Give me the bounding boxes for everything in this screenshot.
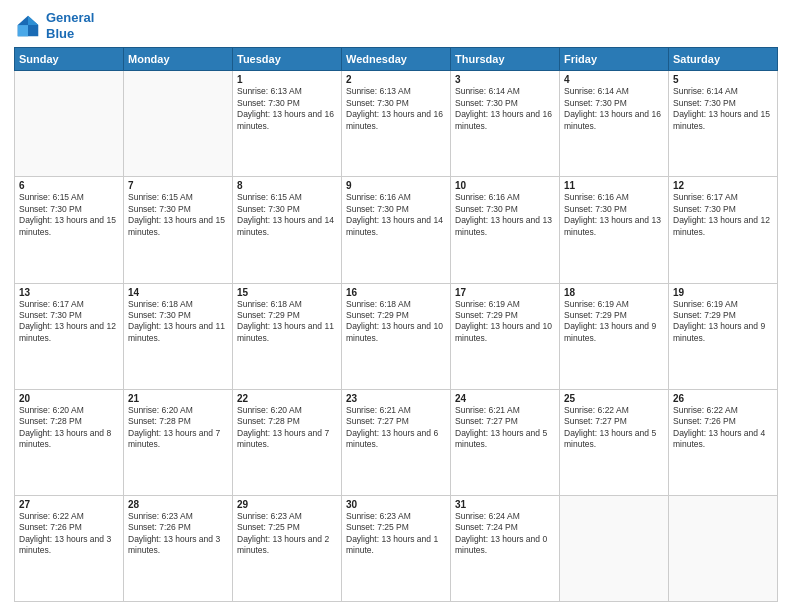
day-number: 24	[455, 393, 555, 404]
day-info: Sunrise: 6:19 AM Sunset: 7:29 PM Dayligh…	[673, 299, 773, 345]
day-info: Sunrise: 6:22 AM Sunset: 7:26 PM Dayligh…	[673, 405, 773, 451]
day-number: 14	[128, 287, 228, 298]
day-info: Sunrise: 6:16 AM Sunset: 7:30 PM Dayligh…	[455, 192, 555, 238]
day-number: 23	[346, 393, 446, 404]
day-info: Sunrise: 6:15 AM Sunset: 7:30 PM Dayligh…	[237, 192, 337, 238]
logo-line1: General	[46, 10, 94, 26]
calendar-header-saturday: Saturday	[669, 48, 778, 71]
page: General Blue SundayMondayTuesdayWednesda…	[0, 0, 792, 612]
calendar-cell	[15, 71, 124, 177]
day-info: Sunrise: 6:14 AM Sunset: 7:30 PM Dayligh…	[673, 86, 773, 132]
calendar-cell: 29Sunrise: 6:23 AM Sunset: 7:25 PM Dayli…	[233, 495, 342, 601]
calendar-header-row: SundayMondayTuesdayWednesdayThursdayFrid…	[15, 48, 778, 71]
day-number: 18	[564, 287, 664, 298]
day-number: 7	[128, 180, 228, 191]
calendar-cell	[669, 495, 778, 601]
day-number: 12	[673, 180, 773, 191]
day-number: 5	[673, 74, 773, 85]
day-info: Sunrise: 6:23 AM Sunset: 7:25 PM Dayligh…	[346, 511, 446, 557]
calendar-cell: 2Sunrise: 6:13 AM Sunset: 7:30 PM Daylig…	[342, 71, 451, 177]
day-number: 28	[128, 499, 228, 510]
calendar-cell: 24Sunrise: 6:21 AM Sunset: 7:27 PM Dayli…	[451, 389, 560, 495]
day-info: Sunrise: 6:14 AM Sunset: 7:30 PM Dayligh…	[564, 86, 664, 132]
day-number: 16	[346, 287, 446, 298]
day-number: 6	[19, 180, 119, 191]
day-info: Sunrise: 6:18 AM Sunset: 7:30 PM Dayligh…	[128, 299, 228, 345]
calendar-cell: 4Sunrise: 6:14 AM Sunset: 7:30 PM Daylig…	[560, 71, 669, 177]
calendar-cell: 25Sunrise: 6:22 AM Sunset: 7:27 PM Dayli…	[560, 389, 669, 495]
day-info: Sunrise: 6:23 AM Sunset: 7:25 PM Dayligh…	[237, 511, 337, 557]
day-number: 26	[673, 393, 773, 404]
day-info: Sunrise: 6:20 AM Sunset: 7:28 PM Dayligh…	[128, 405, 228, 451]
calendar-header-friday: Friday	[560, 48, 669, 71]
day-info: Sunrise: 6:19 AM Sunset: 7:29 PM Dayligh…	[455, 299, 555, 345]
calendar-cell: 20Sunrise: 6:20 AM Sunset: 7:28 PM Dayli…	[15, 389, 124, 495]
calendar-cell: 16Sunrise: 6:18 AM Sunset: 7:29 PM Dayli…	[342, 283, 451, 389]
calendar-week-3: 13Sunrise: 6:17 AM Sunset: 7:30 PM Dayli…	[15, 283, 778, 389]
day-number: 30	[346, 499, 446, 510]
day-info: Sunrise: 6:20 AM Sunset: 7:28 PM Dayligh…	[19, 405, 119, 451]
day-info: Sunrise: 6:18 AM Sunset: 7:29 PM Dayligh…	[346, 299, 446, 345]
day-info: Sunrise: 6:14 AM Sunset: 7:30 PM Dayligh…	[455, 86, 555, 132]
calendar-cell: 21Sunrise: 6:20 AM Sunset: 7:28 PM Dayli…	[124, 389, 233, 495]
day-info: Sunrise: 6:13 AM Sunset: 7:30 PM Dayligh…	[237, 86, 337, 132]
calendar-cell: 28Sunrise: 6:23 AM Sunset: 7:26 PM Dayli…	[124, 495, 233, 601]
header: General Blue	[14, 10, 778, 41]
calendar-week-5: 27Sunrise: 6:22 AM Sunset: 7:26 PM Dayli…	[15, 495, 778, 601]
logo-icon	[14, 12, 42, 40]
day-info: Sunrise: 6:19 AM Sunset: 7:29 PM Dayligh…	[564, 299, 664, 345]
calendar-cell: 12Sunrise: 6:17 AM Sunset: 7:30 PM Dayli…	[669, 177, 778, 283]
day-number: 4	[564, 74, 664, 85]
day-info: Sunrise: 6:22 AM Sunset: 7:27 PM Dayligh…	[564, 405, 664, 451]
day-number: 13	[19, 287, 119, 298]
day-info: Sunrise: 6:23 AM Sunset: 7:26 PM Dayligh…	[128, 511, 228, 557]
day-number: 1	[237, 74, 337, 85]
svg-marker-1	[28, 15, 38, 24]
day-number: 10	[455, 180, 555, 191]
day-number: 21	[128, 393, 228, 404]
calendar-cell: 8Sunrise: 6:15 AM Sunset: 7:30 PM Daylig…	[233, 177, 342, 283]
calendar-cell: 5Sunrise: 6:14 AM Sunset: 7:30 PM Daylig…	[669, 71, 778, 177]
calendar-header-thursday: Thursday	[451, 48, 560, 71]
day-number: 25	[564, 393, 664, 404]
calendar-header-monday: Monday	[124, 48, 233, 71]
logo-line2: Blue	[46, 26, 94, 42]
day-info: Sunrise: 6:16 AM Sunset: 7:30 PM Dayligh…	[564, 192, 664, 238]
calendar-week-2: 6Sunrise: 6:15 AM Sunset: 7:30 PM Daylig…	[15, 177, 778, 283]
calendar-week-4: 20Sunrise: 6:20 AM Sunset: 7:28 PM Dayli…	[15, 389, 778, 495]
calendar-cell: 27Sunrise: 6:22 AM Sunset: 7:26 PM Dayli…	[15, 495, 124, 601]
day-number: 17	[455, 287, 555, 298]
logo: General Blue	[14, 10, 94, 41]
calendar-cell: 26Sunrise: 6:22 AM Sunset: 7:26 PM Dayli…	[669, 389, 778, 495]
calendar-cell: 3Sunrise: 6:14 AM Sunset: 7:30 PM Daylig…	[451, 71, 560, 177]
svg-marker-2	[18, 25, 28, 36]
day-info: Sunrise: 6:17 AM Sunset: 7:30 PM Dayligh…	[19, 299, 119, 345]
calendar-cell	[124, 71, 233, 177]
calendar-cell: 30Sunrise: 6:23 AM Sunset: 7:25 PM Dayli…	[342, 495, 451, 601]
calendar-cell: 6Sunrise: 6:15 AM Sunset: 7:30 PM Daylig…	[15, 177, 124, 283]
calendar-cell: 9Sunrise: 6:16 AM Sunset: 7:30 PM Daylig…	[342, 177, 451, 283]
day-number: 31	[455, 499, 555, 510]
calendar-cell: 13Sunrise: 6:17 AM Sunset: 7:30 PM Dayli…	[15, 283, 124, 389]
calendar-cell: 7Sunrise: 6:15 AM Sunset: 7:30 PM Daylig…	[124, 177, 233, 283]
calendar-cell: 10Sunrise: 6:16 AM Sunset: 7:30 PM Dayli…	[451, 177, 560, 283]
day-number: 2	[346, 74, 446, 85]
day-number: 27	[19, 499, 119, 510]
day-number: 15	[237, 287, 337, 298]
day-info: Sunrise: 6:20 AM Sunset: 7:28 PM Dayligh…	[237, 405, 337, 451]
day-number: 22	[237, 393, 337, 404]
calendar-cell: 22Sunrise: 6:20 AM Sunset: 7:28 PM Dayli…	[233, 389, 342, 495]
day-info: Sunrise: 6:15 AM Sunset: 7:30 PM Dayligh…	[128, 192, 228, 238]
calendar-cell: 11Sunrise: 6:16 AM Sunset: 7:30 PM Dayli…	[560, 177, 669, 283]
day-info: Sunrise: 6:22 AM Sunset: 7:26 PM Dayligh…	[19, 511, 119, 557]
calendar-cell: 14Sunrise: 6:18 AM Sunset: 7:30 PM Dayli…	[124, 283, 233, 389]
day-number: 9	[346, 180, 446, 191]
day-number: 3	[455, 74, 555, 85]
calendar-header-wednesday: Wednesday	[342, 48, 451, 71]
day-info: Sunrise: 6:13 AM Sunset: 7:30 PM Dayligh…	[346, 86, 446, 132]
calendar-cell: 19Sunrise: 6:19 AM Sunset: 7:29 PM Dayli…	[669, 283, 778, 389]
logo-text: General Blue	[46, 10, 94, 41]
day-info: Sunrise: 6:21 AM Sunset: 7:27 PM Dayligh…	[455, 405, 555, 451]
calendar-header-tuesday: Tuesday	[233, 48, 342, 71]
calendar-cell: 17Sunrise: 6:19 AM Sunset: 7:29 PM Dayli…	[451, 283, 560, 389]
